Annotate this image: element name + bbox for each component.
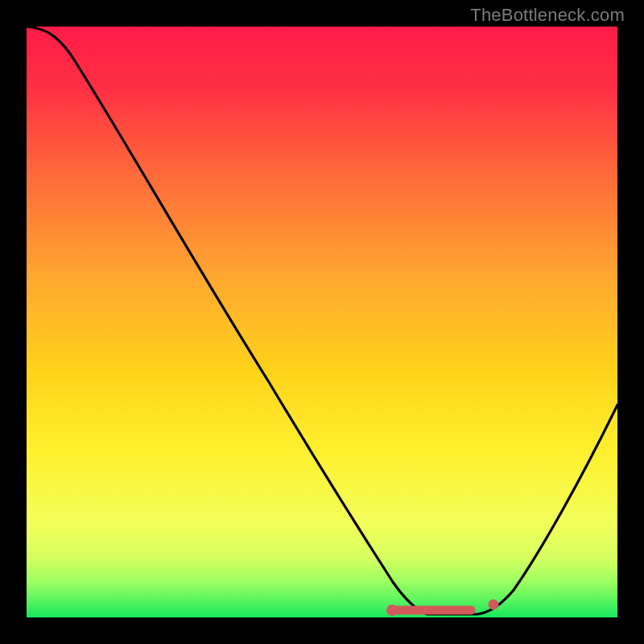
svg-point-3 — [489, 600, 499, 610]
optimal-zone-marker — [27, 27, 617, 617]
plot-area — [27, 27, 617, 617]
svg-point-2 — [386, 605, 398, 616]
chart-frame: TheBottleneck.com — [0, 0, 644, 644]
watermark-text: TheBottleneck.com — [470, 5, 625, 26]
